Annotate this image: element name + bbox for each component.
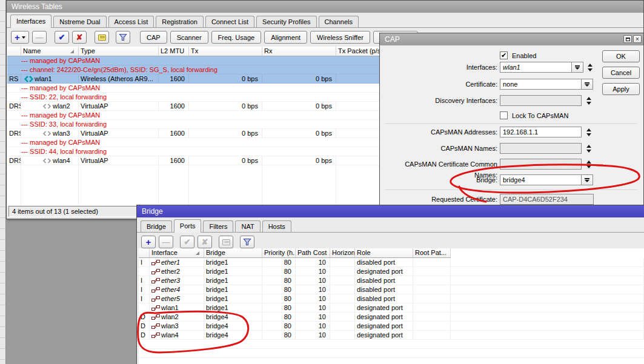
- column-header[interactable]: Tx: [189, 47, 262, 56]
- cap-button[interactable]: CAP: [140, 31, 167, 44]
- add-button[interactable]: +: [141, 236, 156, 248]
- comment-button[interactable]: [219, 236, 233, 248]
- enabled-checkbox[interactable]: ✔: [500, 51, 508, 59]
- discovery-interfaces-field[interactable]: [500, 95, 582, 106]
- table-row[interactable]: Dwlan3bridge48010designated port: [139, 322, 644, 331]
- capsman-cert-common-names-field[interactable]: [500, 159, 582, 170]
- wireless-tab-registration[interactable]: Registration: [156, 16, 204, 27]
- interfaces-dropdown-button[interactable]: [571, 62, 583, 73]
- column-header[interactable]: Role: [355, 248, 413, 258]
- column-header[interactable]: Horizon: [330, 248, 355, 258]
- freq-usage-button[interactable]: Freq. Usage: [211, 31, 262, 44]
- column-header[interactable]: L2 MTU: [159, 47, 189, 56]
- add-button[interactable]: +: [11, 31, 29, 44]
- funnel-icon: [243, 238, 251, 246]
- capsman-names-updown[interactable]: [585, 143, 593, 154]
- pathcost-cell: 10: [296, 294, 330, 303]
- bridge-dropdown-button[interactable]: [581, 174, 593, 185]
- interfaces-updown[interactable]: [586, 62, 594, 73]
- table-row[interactable]: wlan1bridge18010designated port: [139, 303, 644, 313]
- cancel-button[interactable]: Cancel: [602, 67, 640, 79]
- wireless-tab-nstreme-dual[interactable]: Nstreme Dual: [53, 16, 106, 27]
- scanner-button[interactable]: Scanner: [170, 31, 208, 44]
- column-header[interactable]: Interface: [150, 248, 204, 258]
- disable-button[interactable]: ✘: [72, 31, 87, 44]
- ok-button[interactable]: OK: [602, 50, 640, 62]
- certificate-field[interactable]: none: [500, 79, 582, 90]
- type-cell: Wireless (Atheros AR9...: [79, 74, 159, 83]
- wireless-tab-access-list[interactable]: Access List: [108, 16, 154, 27]
- bridge-tab-hosts[interactable]: Hosts: [262, 220, 291, 232]
- table-row[interactable]: Iether3bridge18010disabled port: [139, 276, 644, 285]
- interfaces-field[interactable]: wlan1: [500, 62, 572, 73]
- bridge-cell: bridge1: [204, 285, 262, 294]
- discovery-interfaces-updown[interactable]: [585, 95, 593, 106]
- apply-button[interactable]: Apply: [602, 83, 640, 95]
- bridge-titlebar[interactable]: Bridge: [137, 205, 644, 217]
- horizon-cell: [330, 322, 355, 330]
- column-header[interactable]: Name: [21, 47, 79, 56]
- interface-cell: ether2: [150, 267, 204, 276]
- wireless-status-text: 4 items out of 13 (1 selected): [12, 208, 98, 215]
- column-header[interactable]: [7, 47, 21, 56]
- comment-button[interactable]: [95, 31, 109, 44]
- table-row[interactable]: Iether1bridge18010disabled port: [139, 258, 644, 267]
- wireless-tables-titlebar[interactable]: Wireless Tables: [7, 1, 643, 13]
- bridge-tab-ports[interactable]: Ports: [174, 219, 202, 233]
- capsman-cert-common-names-updown[interactable]: [585, 159, 593, 170]
- remove-button[interactable]: —: [32, 31, 47, 44]
- wireless-tab-interfaces[interactable]: Interfaces: [10, 15, 51, 28]
- bridge-tab-bridge[interactable]: Bridge: [141, 220, 172, 232]
- maximize-button[interactable]: [623, 35, 632, 43]
- column-header[interactable]: Type: [79, 47, 159, 56]
- interface-name: wlan4: [151, 331, 179, 339]
- interface-cell: wlan1: [150, 303, 204, 312]
- separator: [385, 190, 637, 191]
- column-header[interactable]: Path Cost: [296, 248, 330, 258]
- table-row[interactable]: ether2bridge18010designated port: [139, 267, 644, 276]
- tx-cell: 0 bps: [189, 74, 262, 83]
- disable-button[interactable]: ✘: [198, 236, 212, 248]
- bridge-cell: bridge4: [204, 331, 262, 339]
- bridge-cell: bridge4: [204, 322, 262, 330]
- enable-button[interactable]: ✔: [180, 236, 194, 248]
- capsman-addresses-updown[interactable]: [585, 127, 593, 137]
- bridge-tab-filters[interactable]: Filters: [203, 220, 233, 232]
- close-button[interactable]: ×: [633, 35, 642, 43]
- column-header[interactable]: Bridge: [204, 248, 262, 258]
- capsman-names-field[interactable]: [500, 143, 582, 154]
- bridge-cell: bridge1: [204, 294, 262, 303]
- bridge-field[interactable]: bridge4: [500, 174, 582, 185]
- wireless-tab-connect-list[interactable]: Connect List: [205, 16, 254, 27]
- filler-cell: [451, 294, 644, 303]
- filter-button[interactable]: [116, 31, 130, 44]
- alignment-button[interactable]: Alignment: [264, 31, 307, 44]
- priority-cell: 80: [262, 313, 296, 321]
- bridge-window: Bridge BridgePortsFiltersNATHosts + — ✔ …: [136, 205, 644, 364]
- table-row[interactable]: Iether4bridge18010disabled port: [139, 285, 644, 294]
- bridge-cell: bridge1: [204, 258, 262, 266]
- horizon-cell: [330, 285, 355, 294]
- lock-to-capsman-checkbox[interactable]: [500, 111, 508, 119]
- wireless-tabstrip: InterfacesNstreme DualAccess ListRegistr…: [7, 13, 643, 28]
- filter-button[interactable]: [240, 236, 254, 248]
- interface-name: ether4: [151, 285, 180, 294]
- certificate-dropdown-button[interactable]: [581, 79, 593, 90]
- remove-button[interactable]: —: [159, 236, 173, 248]
- wireless-sniffer-button[interactable]: Wireless Sniffer: [310, 31, 370, 44]
- column-header[interactable]: [139, 248, 150, 258]
- bridge-tab-nat[interactable]: NAT: [235, 220, 260, 232]
- column-header[interactable]: Root Pat...: [413, 248, 451, 258]
- column-header[interactable]: Rx: [262, 47, 336, 56]
- table-row[interactable]: Iether5bridge18010disabled port: [139, 294, 644, 303]
- table-row[interactable]: Dwlan4bridge48010designated port: [139, 331, 644, 340]
- wireless-tab-security-profiles[interactable]: Security Profiles: [256, 16, 316, 27]
- column-header[interactable]: Priority (h...: [262, 248, 296, 258]
- cap-titlebar[interactable]: CAP ×: [380, 33, 643, 45]
- table-row[interactable]: Dwlan2bridge48010designated port: [139, 313, 644, 322]
- capsman-addresses-field[interactable]: 192.168.1.1: [500, 127, 582, 137]
- wireless-tab-channels[interactable]: Channels: [319, 16, 359, 27]
- ethernet-interface-icon: [151, 305, 160, 311]
- enable-button[interactable]: ✔: [55, 31, 69, 44]
- horizon-cell: [330, 313, 355, 321]
